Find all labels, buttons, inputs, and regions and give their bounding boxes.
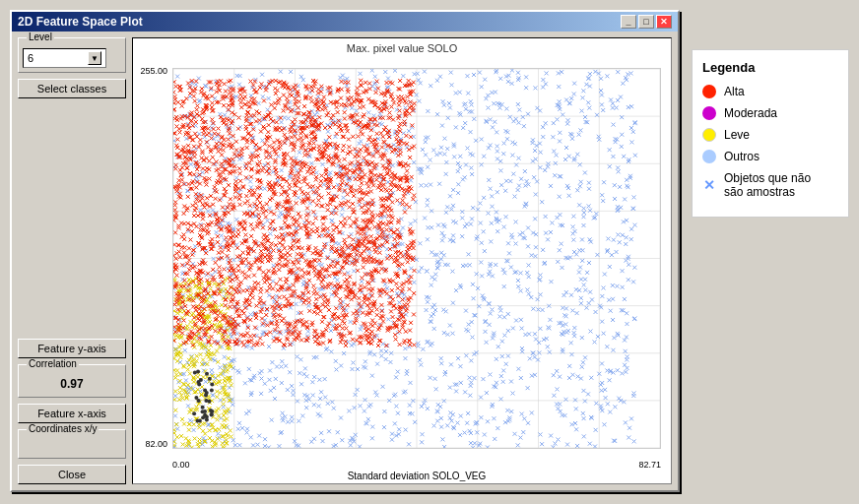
window-content: Level 6 ▼ Select classes Feature y-axis …: [12, 32, 678, 490]
moderada-label: Moderada: [724, 106, 777, 120]
legend-title: Legenda: [702, 60, 838, 75]
legend-item-alta: Alta: [702, 85, 838, 98]
level-label: Level: [27, 32, 54, 42]
x-axis-title: Standard deviation SOLO_VEG: [172, 471, 661, 481]
title-bar-buttons: _ □ ✕: [621, 15, 672, 29]
amostras-label: Objetos que nãosão amostras: [724, 171, 811, 199]
coordinates-group: Coordinates x/y: [18, 429, 126, 459]
chart-area: Max. pixel value SOLO 255.00 82.00 0.00 …: [132, 37, 672, 484]
moderada-dot-icon: [702, 106, 716, 120]
chart-title: Max. pixel value SOLO: [133, 38, 671, 56]
x-axis-labels: 0.00 82.71: [172, 460, 661, 470]
level-group: Level 6 ▼: [18, 37, 126, 73]
legend-item-moderada: Moderada: [702, 106, 838, 120]
outros-dot-icon: [702, 150, 716, 163]
y-min-label: 82.00: [145, 439, 167, 449]
title-bar: 2D Feature Space Plot _ □ ✕: [12, 12, 678, 32]
window-title: 2D Feature Space Plot: [18, 15, 143, 29]
scatter-canvas: [173, 69, 660, 448]
level-select[interactable]: 6 ▼: [23, 48, 106, 68]
feature-y-axis-button[interactable]: Feature y-axis: [18, 339, 126, 358]
level-value: 6: [28, 52, 33, 64]
outros-label: Outros: [724, 150, 760, 163]
correlation-value: 0.97: [23, 375, 121, 393]
close-button[interactable]: ✕: [656, 15, 672, 29]
leve-label: Leve: [724, 128, 750, 142]
chart-inner: [172, 68, 661, 449]
select-classes-button[interactable]: Select classes: [18, 79, 126, 98]
y-max-label: 255.00: [140, 66, 167, 76]
maximize-button[interactable]: □: [638, 15, 654, 29]
main-window: 2D Feature Space Plot _ □ ✕ Level 6 ▼ Se…: [10, 10, 680, 492]
left-panel: Level 6 ▼ Select classes Feature y-axis …: [18, 37, 126, 484]
leve-dot-icon: [702, 128, 716, 142]
amostras-x-icon: ✕: [702, 177, 716, 193]
chart-container: Max. pixel value SOLO 255.00 82.00 0.00 …: [132, 37, 672, 484]
legend-panel: Legenda Alta Moderada Leve Outros ✕ Obje…: [692, 49, 849, 218]
y-axis-labels: 255.00 82.00: [133, 66, 170, 449]
alta-label: Alta: [724, 85, 745, 98]
dropdown-arrow-icon: ▼: [88, 51, 101, 65]
minimize-button[interactable]: _: [621, 15, 636, 29]
feature-x-axis-button[interactable]: Feature x-axis: [18, 404, 126, 423]
x-min-label: 0.00: [172, 460, 190, 470]
alta-dot-icon: [702, 85, 716, 98]
x-max-label: 82.71: [638, 460, 661, 470]
close-button-main[interactable]: Close: [18, 465, 126, 484]
correlation-label: Correlation: [27, 358, 79, 369]
legend-item-amostras: ✕ Objetos que nãosão amostras: [702, 171, 838, 199]
coordinates-label: Coordinates x/y: [27, 423, 99, 434]
legend-item-outros: Outros: [702, 150, 838, 163]
correlation-group: Correlation 0.97: [18, 364, 126, 398]
legend-item-leve: Leve: [702, 128, 838, 142]
